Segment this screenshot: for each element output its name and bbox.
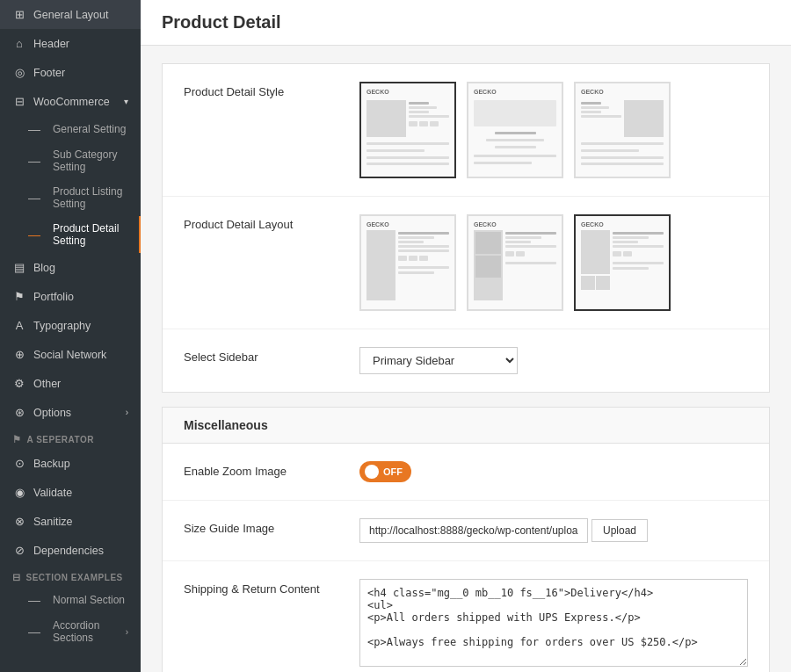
upload-button[interactable]: Upload <box>591 519 648 542</box>
sidebar-item-label: Social Network <box>33 349 106 361</box>
social-icon: ⊕ <box>12 348 26 361</box>
style-control: GECKO <box>359 82 748 178</box>
dash-icon: — <box>28 191 40 205</box>
sidebar-item-label: Options <box>33 407 71 419</box>
size-guide-control: Upload <box>359 518 748 543</box>
sidebar-item-footer[interactable]: ◎ Footer <box>0 58 141 87</box>
sidebar-item-product-detail[interactable]: — Product Detail Setting <box>28 216 141 253</box>
style-thumb-1[interactable]: GECKO <box>359 82 456 178</box>
dash-icon: — <box>28 122 40 136</box>
sidebar-item-woocommerce[interactable]: ⊟ WooCommerce ▾ <box>0 87 141 116</box>
thumb-brand-2: GECKO <box>474 89 556 95</box>
product-detail-style-section: Product Detail Style GECKO <box>162 63 770 393</box>
toggle-wrap: OFF <box>359 461 748 482</box>
options-icon: ⊛ <box>12 406 26 419</box>
sidebar-item-general-setting[interactable]: — General Setting <box>28 116 141 142</box>
content-area: Product Detail Style GECKO <box>141 46 791 672</box>
sidebar-sub-sections: — Normal Section — Accordion Sections › <box>0 587 141 650</box>
grid-icon: ⊞ <box>12 8 26 21</box>
backup-icon: ⊙ <box>12 457 26 470</box>
sidebar-item-label: Accordion Sections <box>53 619 119 644</box>
layout-thumb-2[interactable]: GECKO <box>467 214 563 311</box>
separator-label: A SEPERATOR <box>27 435 94 444</box>
style-thumb-3[interactable]: GECKO <box>574 82 671 178</box>
sidebar-item-dependencies[interactable]: ⊘ Dependencies <box>0 536 141 565</box>
layout-setting-row: Product Detail Layout GECKO <box>163 197 769 329</box>
layout-thumb-1[interactable]: GECKO <box>359 214 456 311</box>
blog-icon: ▤ <box>12 261 26 274</box>
sidebar-item-sanitize[interactable]: ⊗ Sanitize <box>0 507 141 536</box>
sidebar-item-label: Header <box>33 38 69 50</box>
page-header: Product Detail <box>141 0 791 46</box>
woo-icon: ⊟ <box>12 95 26 108</box>
style-setting-row: Product Detail Style GECKO <box>163 64 769 197</box>
size-guide-input-wrap: Upload <box>359 518 748 543</box>
miscellaneous-section: Miscellaneous Enable Zoom Image OFF Size… <box>162 407 770 672</box>
zoom-toggle-button[interactable]: OFF <box>359 461 411 482</box>
sidebar-item-label: Validate <box>33 487 72 499</box>
separator-section: ⊟ SECTION EXAMPLES <box>0 565 141 587</box>
sidebar-item-portfolio[interactable]: ⚑ Portfolio <box>0 282 141 311</box>
sidebar-item-backup[interactable]: ⊙ Backup <box>0 449 141 478</box>
sidebar-item-label: WooCommerce <box>33 96 110 108</box>
sidebar-item-options[interactable]: ⊛ Options › <box>0 398 141 427</box>
sidebar-item-normal-section[interactable]: — Normal Section <box>28 587 141 613</box>
home-icon: ⌂ <box>12 37 26 50</box>
sidebar-item-other[interactable]: ⚙ Other <box>0 369 141 398</box>
dash-icon: — <box>28 228 40 242</box>
main-content: Product Detail Product Detail Style GECK… <box>141 0 791 672</box>
sidebar-item-accordion-sections[interactable]: — Accordion Sections › <box>28 613 141 650</box>
chevron-right-icon: › <box>126 408 128 417</box>
thumb-brand-1: GECKO <box>366 89 449 95</box>
layout-brand-3: GECKO <box>581 221 664 228</box>
sidebar-item-typography[interactable]: A Typography <box>0 311 141 340</box>
sidebar-item-label: Portfolio <box>33 291 74 303</box>
sidebar-item-label: Other <box>33 378 61 390</box>
sidebar-item-general-layout[interactable]: ⊞ General Layout <box>0 0 141 29</box>
other-icon: ⚙ <box>12 377 26 390</box>
separator-icon: ⚑ <box>12 434 22 445</box>
style-thumb-2[interactable]: GECKO <box>467 82 563 178</box>
sidebar-item-product-listing[interactable]: — Product Listing Setting <box>28 179 141 216</box>
sidebar-select[interactable]: Primary Sidebar Secondary Sidebar No Sid… <box>359 347 518 374</box>
layout-brand-1: GECKO <box>366 221 449 228</box>
validate-icon: ◉ <box>12 486 26 499</box>
sidebar-item-label: Dependencies <box>33 545 104 557</box>
separator-a: ⚑ A SEPERATOR <box>0 427 141 449</box>
shipping-control: HTML allowed <box>359 579 748 672</box>
style-options: GECKO <box>359 82 748 178</box>
layout-options: GECKO <box>359 214 748 311</box>
sidebar-item-label: General Layout <box>33 9 108 21</box>
sidebar-item-label: Sub Category Setting <box>53 148 128 173</box>
zoom-label: Enable Zoom Image <box>184 461 359 478</box>
sidebar-item-header[interactable]: ⌂ Header <box>0 29 141 58</box>
thumb-brand-3: GECKO <box>581 89 664 95</box>
sidebar-item-label: Normal Section <box>53 594 125 606</box>
zoom-setting-row: Enable Zoom Image OFF <box>163 444 769 501</box>
circle-icon: ◎ <box>12 66 26 79</box>
portfolio-icon: ⚑ <box>12 290 26 303</box>
section-sep-icon: ⊟ <box>12 572 21 583</box>
sanitize-icon: ⊗ <box>12 515 26 528</box>
size-guide-label: Size Guide Image <box>184 518 359 535</box>
layout-thumb-3[interactable]: GECKO <box>574 214 671 311</box>
sidebar-item-sub-category-setting[interactable]: — Sub Category Setting <box>28 142 141 179</box>
sidebar-item-label: Backup <box>33 458 70 470</box>
sidebar-item-validate[interactable]: ◉ Validate <box>0 478 141 507</box>
separator-label: SECTION EXAMPLES <box>26 573 123 582</box>
shipping-label: Shipping & Return Content <box>184 579 359 596</box>
misc-heading: Miscellaneous <box>184 418 748 432</box>
shipping-textarea[interactable] <box>359 579 748 667</box>
sidebar-item-label: Footer <box>33 67 65 79</box>
layout-label: Product Detail Layout <box>184 214 359 231</box>
sidebar-item-blog[interactable]: ▤ Blog <box>0 253 141 282</box>
style-label: Product Detail Style <box>184 82 359 98</box>
chevron-down-icon: ▾ <box>124 97 128 106</box>
layout-control: GECKO <box>359 214 748 311</box>
size-guide-input[interactable] <box>359 518 588 543</box>
zoom-control: OFF <box>359 461 748 482</box>
sidebar-item-social-network[interactable]: ⊕ Social Network <box>0 340 141 369</box>
sidebar-setting-row: Select Sidebar Primary Sidebar Secondary… <box>163 329 769 392</box>
shipping-setting-row: Shipping & Return Content HTML allowed <box>163 561 769 672</box>
misc-section-header: Miscellaneous <box>163 408 769 444</box>
